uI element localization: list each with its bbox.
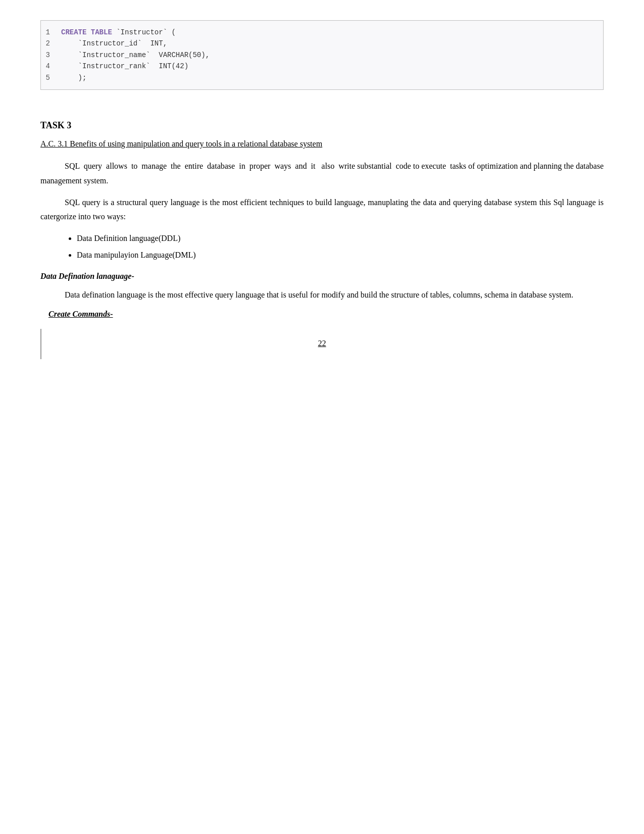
code-block-wrapper: 1 CREATE TABLE `Instructor` ( 2 `Instruc… xyxy=(40,20,604,90)
body-paragraph-2: SQL query is a structural query language… xyxy=(40,195,604,225)
bullet-item-2: Data manipulayion Language(DML) xyxy=(77,248,604,263)
left-border-decoration xyxy=(40,329,41,359)
page-number: 22 xyxy=(318,339,326,348)
create-commands-heading: Create Commands- xyxy=(40,310,604,319)
line-number: 3 xyxy=(41,50,57,61)
line-number: 4 xyxy=(41,61,57,72)
section-title: A.C. 3.1 Benefits of using manipulation … xyxy=(40,138,604,150)
line-code: CREATE TABLE `Instructor` ( xyxy=(57,27,603,38)
bullet-item-1: Data Definition language(DDL) xyxy=(77,231,604,246)
body-paragraph-1: SQL query allows to manage the entire da… xyxy=(40,159,604,188)
line-code: `Instructor_name` VARCHAR(50), xyxy=(57,50,603,61)
code-table: 1 CREATE TABLE `Instructor` ( 2 `Instruc… xyxy=(41,27,603,83)
code-line-5: 5 ); xyxy=(41,72,603,83)
page-footer: 22 xyxy=(40,339,604,348)
code-line-1: 1 CREATE TABLE `Instructor` ( xyxy=(41,27,603,38)
line-number: 2 xyxy=(41,38,57,49)
page-container: 1 CREATE TABLE `Instructor` ( 2 `Instruc… xyxy=(40,20,604,348)
line-number: 5 xyxy=(41,72,57,83)
line-number: 1 xyxy=(41,27,57,38)
task-heading: TASK 3 xyxy=(40,120,604,131)
line-code: `Instructor_rank` INT(42) xyxy=(57,61,603,72)
bullet-list: Data Definition language(DDL) Data manip… xyxy=(77,231,604,263)
line-code: ); xyxy=(57,72,603,83)
subsection-paragraph: Data defination language is the most eff… xyxy=(40,288,604,303)
code-line-2: 2 `Instructor_id` INT, xyxy=(41,38,603,49)
code-line-3: 3 `Instructor_name` VARCHAR(50), xyxy=(41,50,603,61)
subsection-heading: Data Defination lanaguage- xyxy=(40,272,604,281)
line-code: `Instructor_id` INT, xyxy=(57,38,603,49)
code-line-4: 4 `Instructor_rank` INT(42) xyxy=(41,61,603,72)
